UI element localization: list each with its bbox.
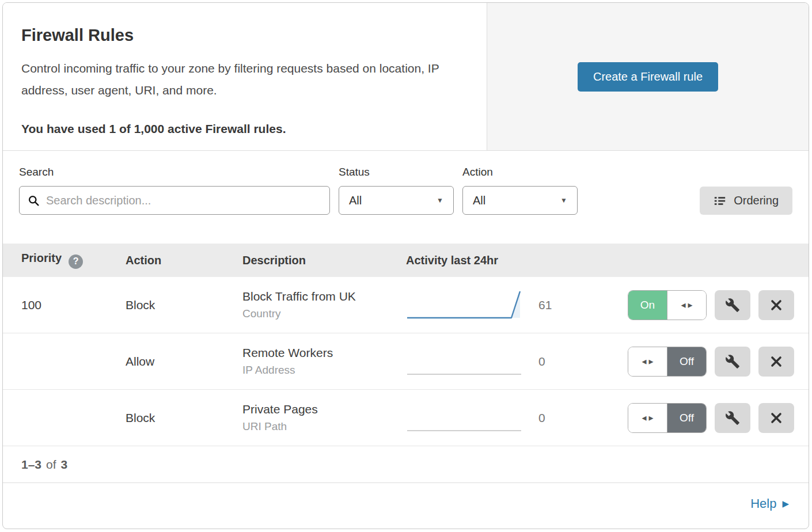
priority-help-icon[interactable]: ? xyxy=(69,254,83,269)
rule-match-type: URI Path xyxy=(242,420,406,433)
pagination-of: of xyxy=(46,458,56,472)
action-filter-group: Action All ▼ xyxy=(462,166,578,215)
activity-sparkline xyxy=(406,344,538,379)
rule-description-cell: Private Pages URI Path xyxy=(242,402,406,433)
arrow-right-icon: ▶ xyxy=(782,499,789,509)
status-select[interactable]: All ▼ xyxy=(339,186,454,215)
rule-enabled-toggle[interactable]: ◂▸ Off xyxy=(628,347,707,377)
search-filter-group: Search xyxy=(19,166,330,215)
activity-count: 0 xyxy=(538,355,628,368)
rule-description: Remote Workers xyxy=(242,346,406,360)
help-link-label: Help xyxy=(750,496,776,511)
rule-description-cell: Block Traffic from UK Country xyxy=(242,290,406,320)
delete-rule-button[interactable] xyxy=(758,403,794,433)
page-description: Control incoming traffic to your zone by… xyxy=(21,58,465,101)
create-firewall-rule-button[interactable]: Create a Firewall rule xyxy=(578,62,718,92)
wrench-icon xyxy=(725,411,740,425)
status-filter-group: Status All ▼ xyxy=(339,166,454,215)
rule-action: Allow xyxy=(126,355,242,368)
edit-rule-button[interactable] xyxy=(715,403,750,433)
search-label: Search xyxy=(19,166,330,178)
close-icon xyxy=(769,355,783,368)
rule-priority: 100 xyxy=(21,298,126,312)
action-select[interactable]: All ▼ xyxy=(462,186,578,215)
rule-action: Block xyxy=(126,411,242,425)
ordering-list-icon xyxy=(714,195,726,207)
close-icon xyxy=(769,411,783,425)
status-label: Status xyxy=(339,166,454,178)
edit-rule-button[interactable] xyxy=(715,347,750,377)
chevron-down-icon: ▼ xyxy=(437,196,443,204)
ordering-button-label: Ordering xyxy=(734,194,779,207)
search-box[interactable] xyxy=(19,186,330,215)
rule-action: Block xyxy=(126,298,242,312)
toggle-arrows-icon: ◂▸ xyxy=(639,356,655,367)
rule-description: Block Traffic from UK xyxy=(242,290,406,303)
table-row: Allow Remote Workers IP Address 0 ◂▸ Off xyxy=(3,333,809,390)
column-header-activity: Activity last 24hr xyxy=(406,254,628,267)
rule-description-cell: Remote Workers IP Address xyxy=(242,346,406,377)
activity-sparkline xyxy=(406,287,538,323)
usage-summary: You have used 1 of 1,000 active Firewall… xyxy=(21,122,468,136)
rule-description: Private Pages xyxy=(242,402,406,416)
toggle-arrows-icon: ◂▸ xyxy=(678,299,695,310)
ordering-wrap: Ordering xyxy=(700,166,792,215)
toggle-off-segment[interactable]: Off xyxy=(667,347,706,376)
search-icon xyxy=(28,195,40,207)
action-selected-value: All xyxy=(473,194,485,207)
column-header-action: Action xyxy=(126,254,242,267)
rule-match-type: Country xyxy=(242,307,406,320)
page-title: Firewall Rules xyxy=(21,26,468,45)
column-header-priority: Priority? xyxy=(21,252,126,269)
header-text-area: Firewall Rules Control incoming traffic … xyxy=(3,3,487,150)
toggle-handle[interactable]: ◂▸ xyxy=(667,291,706,320)
toggle-handle[interactable]: ◂▸ xyxy=(628,347,667,376)
rule-controls: On ◂▸ xyxy=(628,290,794,320)
action-label: Action xyxy=(462,166,578,178)
chevron-down-icon: ▼ xyxy=(560,196,567,204)
wrench-icon xyxy=(725,354,740,369)
help-bar: Help ▶ xyxy=(3,483,809,525)
delete-rule-button[interactable] xyxy=(758,290,794,320)
delete-rule-button[interactable] xyxy=(758,347,794,377)
edit-rule-button[interactable] xyxy=(715,290,750,320)
header-section: Firewall Rules Control incoming traffic … xyxy=(3,3,809,151)
activity-count: 0 xyxy=(538,411,628,425)
ordering-button[interactable]: Ordering xyxy=(700,187,792,215)
rule-enabled-toggle[interactable]: ◂▸ Off xyxy=(628,403,707,433)
filter-bar: Search Status All ▼ Action All xyxy=(3,151,809,244)
activity-count: 61 xyxy=(538,298,628,312)
rule-enabled-toggle[interactable]: On ◂▸ xyxy=(628,290,707,320)
wrench-icon xyxy=(725,298,740,313)
toggle-on-segment[interactable]: On xyxy=(628,291,667,320)
table-row: Block Private Pages URI Path 0 ◂▸ Off xyxy=(3,390,809,446)
table-header-row: Priority? Action Description Activity la… xyxy=(3,244,809,277)
pagination-bar: 1–3 of 3 xyxy=(3,446,809,483)
pagination-total: 3 xyxy=(61,458,68,472)
toggle-off-segment[interactable]: Off xyxy=(667,404,706,432)
search-input[interactable] xyxy=(46,194,321,207)
rule-match-type: IP Address xyxy=(242,364,406,377)
close-icon xyxy=(769,298,783,312)
firewall-rules-card: Firewall Rules Control incoming traffic … xyxy=(2,2,809,529)
activity-sparkline xyxy=(406,400,538,436)
table-row: 100 Block Block Traffic from UK Country … xyxy=(3,277,809,333)
header-action-panel: Create a Firewall rule xyxy=(487,3,809,150)
status-selected-value: All xyxy=(349,194,362,207)
rule-controls: ◂▸ Off xyxy=(628,347,794,377)
toggle-arrows-icon: ◂▸ xyxy=(639,412,655,423)
rule-controls: ◂▸ Off xyxy=(628,403,794,433)
column-header-description: Description xyxy=(242,254,406,267)
toggle-handle[interactable]: ◂▸ xyxy=(628,404,667,432)
help-link[interactable]: Help ▶ xyxy=(750,496,789,511)
pagination-range: 1–3 xyxy=(21,458,41,472)
